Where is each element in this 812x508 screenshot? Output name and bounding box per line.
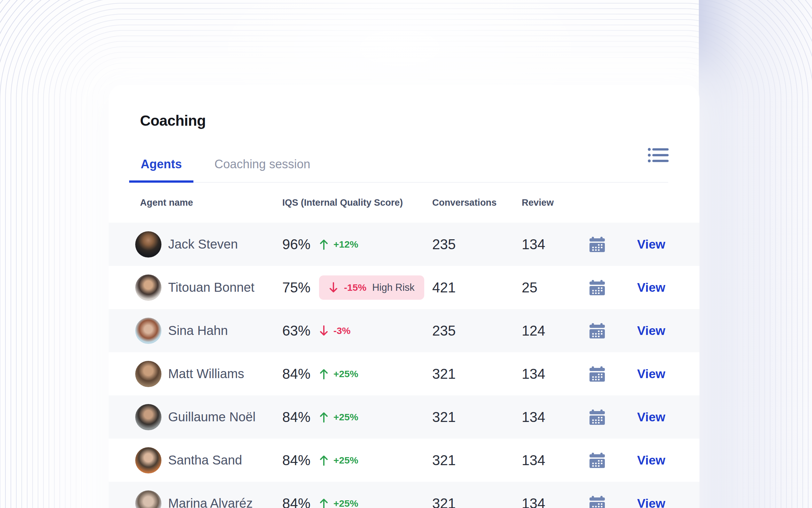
iqs-value: 96% [282, 237, 311, 252]
bullet-list-icon [648, 147, 669, 163]
table-row: Santha Sand 84% +25% 321 134 [109, 438, 700, 482]
view-link[interactable]: View [637, 453, 669, 467]
iqs-delta: +25% [333, 455, 359, 466]
calendar-icon [588, 322, 606, 340]
agent-name: Guillaume Noël [168, 410, 255, 424]
conversations-value: 235 [432, 323, 522, 339]
trend-up-icon [319, 455, 329, 466]
column-header-agent-name: Agent name [140, 197, 282, 208]
conversations-value: 421 [432, 280, 522, 296]
iqs-trend: +25% [319, 411, 359, 423]
view-link[interactable]: View [637, 367, 669, 381]
right-gradient-shade [699, 0, 812, 508]
view-link[interactable]: View [637, 410, 669, 424]
agent-avatar [135, 491, 161, 508]
review-value: 134 [522, 366, 588, 382]
calendar-icon [588, 495, 606, 508]
iqs-value: 75% [282, 280, 311, 296]
table-row: Matt Williams 84% +25% 321 134 [109, 352, 700, 395]
iqs-trend: +12% [319, 239, 359, 250]
iqs-delta: -3% [333, 325, 350, 336]
calendar-button[interactable] [588, 236, 606, 253]
agents-table-body: Jack Steven 96% +12% 235 134 [109, 223, 700, 508]
view-link[interactable]: View [637, 497, 669, 508]
view-link[interactable]: View [637, 237, 669, 251]
agent-avatar [135, 361, 161, 387]
iqs-value: 84% [282, 409, 311, 425]
calendar-button[interactable] [588, 322, 606, 340]
list-view-button[interactable] [648, 147, 669, 163]
iqs-delta: +25% [333, 412, 359, 423]
review-value: 134 [522, 409, 588, 425]
agent-avatar [135, 231, 161, 257]
calendar-button[interactable] [588, 408, 606, 426]
conversations-value: 235 [432, 237, 522, 252]
calendar-icon [588, 408, 606, 426]
view-link[interactable]: View [637, 281, 669, 295]
tab-agents[interactable]: Agents [129, 157, 193, 183]
iqs-delta: +25% [333, 498, 359, 508]
trend-up-icon [319, 368, 329, 380]
agent-name: Santha Sand [168, 453, 242, 467]
coaching-panel: Coaching Agents Coaching session Agent n… [109, 85, 700, 508]
column-header-conversations: Conversations [432, 197, 522, 208]
review-value: 25 [522, 280, 588, 296]
agent-name: Marina Alvaréz [168, 496, 253, 508]
iqs-value: 84% [282, 452, 311, 468]
iqs-delta: +25% [333, 369, 359, 379]
agent-name: Matt Williams [168, 367, 244, 381]
column-header-review: Review [522, 197, 588, 208]
trend-down-icon [329, 282, 338, 293]
review-value: 134 [522, 452, 588, 468]
conversations-value: 321 [432, 409, 522, 425]
table-header-row: Agent name IQS (Internal Quality Score) … [109, 183, 700, 223]
table-row: Sina Hahn 63% -3% 235 124 [109, 309, 700, 352]
trend-up-icon [319, 239, 329, 250]
calendar-icon [588, 365, 606, 383]
calendar-button[interactable] [588, 365, 606, 383]
agent-avatar [135, 404, 161, 430]
column-header-iqs: IQS (Internal Quality Score) [282, 197, 432, 208]
calendar-icon [588, 451, 606, 469]
calendar-button[interactable] [588, 495, 606, 508]
agent-avatar [135, 274, 161, 301]
panel-header: Coaching Agents Coaching session [109, 85, 700, 183]
iqs-trend: +25% [319, 368, 359, 380]
page-title: Coaching [140, 112, 668, 129]
tab-coaching-session[interactable]: Coaching session [203, 157, 322, 183]
iqs-trend: +25% [319, 455, 359, 466]
table-row: Jack Steven 96% +12% 235 134 [109, 223, 700, 266]
calendar-icon [588, 236, 606, 253]
iqs-delta: -15% [344, 282, 366, 293]
agent-avatar [135, 447, 161, 473]
calendar-button[interactable] [588, 451, 606, 469]
high-risk-badge: -15% High Risk [319, 276, 424, 300]
calendar-icon [588, 279, 606, 297]
iqs-delta: +12% [333, 239, 359, 250]
conversations-value: 321 [432, 452, 522, 468]
tab-bar: Agents Coaching session [140, 157, 668, 183]
trend-down-icon [319, 325, 329, 337]
iqs-value: 63% [282, 323, 311, 339]
trend-up-icon [319, 498, 329, 508]
iqs-value: 84% [282, 366, 311, 382]
review-value: 124 [522, 323, 588, 339]
view-link[interactable]: View [637, 324, 669, 338]
iqs-value: 84% [282, 496, 311, 508]
trend-up-icon [319, 411, 329, 423]
review-value: 134 [522, 237, 588, 252]
agent-name: Titouan Bonnet [168, 280, 254, 295]
iqs-trend: -3% [319, 325, 350, 337]
risk-label: High Risk [372, 282, 415, 293]
agent-name: Sina Hahn [168, 324, 228, 338]
agent-name: Jack Steven [168, 237, 238, 251]
review-value: 134 [522, 496, 588, 508]
calendar-button[interactable] [588, 279, 606, 297]
table-row: Marina Alvaréz 84% +25% 321 134 [109, 482, 700, 508]
table-row: Titouan Bonnet 75% -15% High Risk 421 25 [109, 266, 700, 309]
agent-avatar [135, 318, 161, 344]
conversations-value: 321 [432, 496, 522, 508]
conversations-value: 321 [432, 366, 522, 382]
iqs-trend: +25% [319, 498, 359, 508]
table-row: Guillaume Noël 84% +25% 321 134 [109, 395, 700, 438]
